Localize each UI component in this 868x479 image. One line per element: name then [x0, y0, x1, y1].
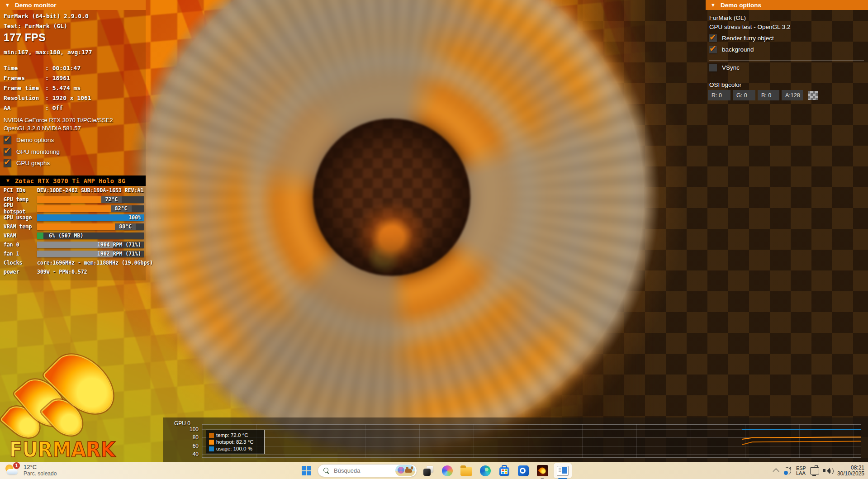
update-badge	[784, 471, 788, 475]
legend-row-temp: temp: 72.0 °C	[209, 432, 261, 438]
gpu-row-clocks: Clocks core:1696MHz - mem:1188MHz (19.0G…	[0, 258, 146, 267]
furmark-taskbar-button[interactable]	[535, 463, 550, 478]
bar-fill	[37, 196, 101, 203]
store-icon	[499, 467, 509, 476]
check-icon: ✔	[4, 134, 11, 144]
fur-donut-hole	[313, 119, 470, 276]
legend-row-hotspot: hotspot: 82.3 °C	[209, 439, 261, 445]
vsync-checkbox[interactable]: ✔	[709, 64, 717, 71]
gpu-usage-bar: 100%	[37, 214, 144, 221]
temp-swatch	[209, 433, 214, 438]
gpu-monitoring-checkbox[interactable]: ✔	[4, 148, 11, 156]
bar-value: 1902 RPM (71%)	[97, 251, 141, 257]
cloud-icon	[7, 469, 18, 474]
gpu-graphs-checkbox[interactable]: ✔	[4, 159, 11, 167]
options-panel-header[interactable]: ▼ Demo options	[706, 0, 868, 10]
bgcolor-alpha-field[interactable]: A:128	[782, 90, 803, 100]
row-value: 309W - PPW:0.572	[37, 269, 87, 275]
stat-row-aa: AA : Off	[4, 104, 63, 111]
render-furry-checkbox[interactable]: ✔	[709, 34, 717, 42]
volume-tray-icon[interactable]	[823, 467, 833, 474]
options-subtitle: GPU stress test - OpenGL 3.2	[709, 24, 791, 30]
taskbar-center	[299, 462, 572, 479]
gpu-monitoring-panel: ▼ Zotac RTX 3070 Ti AMP Holo 8G PCI IDs …	[0, 175, 146, 276]
background-checkbox[interactable]: ✔	[709, 46, 717, 53]
taskbar: 1 12°C Parc. soleado	[0, 462, 868, 479]
row-label: fan 0	[4, 242, 37, 248]
edge-button[interactable]	[478, 463, 493, 478]
checkbox-label: VSync	[722, 64, 740, 71]
y-tick-80: 80	[182, 434, 199, 441]
bgcolor-alpha-swatch[interactable]	[808, 91, 818, 100]
bar-fill	[37, 205, 111, 212]
monitor-panel-header[interactable]: ▼ Demo monitor	[0, 0, 146, 10]
display-tray-icon[interactable]	[810, 467, 819, 474]
tray-date: 30/10/2025	[837, 471, 864, 477]
search-highlight-image[interactable]	[395, 465, 415, 476]
furmark-logo: FURMARK	[8, 351, 117, 460]
folder-icon	[460, 467, 472, 476]
row-label: Clocks	[4, 260, 37, 266]
clock-widget[interactable]: 08:21 30/10/2025	[837, 465, 864, 477]
search-box[interactable]	[318, 464, 417, 477]
row-label: GPU temp	[4, 196, 37, 203]
start-button[interactable]	[299, 463, 314, 478]
gpu-temp-bar: 72°C	[37, 196, 144, 203]
row-label: VRAM	[4, 232, 37, 239]
app-version: FurMark (64-bit) 2.9.0.0	[4, 13, 89, 19]
active-window-button[interactable]	[554, 463, 572, 478]
bgcolor-green-field[interactable]: G: 0	[733, 90, 755, 100]
bar-value: 6% (507 MB)	[43, 232, 83, 239]
task-view-button[interactable]	[421, 463, 436, 478]
file-explorer-button[interactable]	[459, 463, 474, 478]
tray-chevron-icon[interactable]	[773, 468, 779, 474]
search-icon	[323, 468, 329, 474]
stat-row-resolution: Resolution : 1920 x 1061	[4, 95, 91, 101]
copilot-icon	[442, 465, 453, 476]
usage-swatch	[209, 446, 214, 451]
gpu-panel-header[interactable]: ▼ Zotac RTX 3070 Ti AMP Holo 8G	[0, 175, 146, 186]
row-label: fan 1	[4, 251, 37, 257]
outlook-button[interactable]	[516, 463, 531, 478]
checkbox-label: Render furry object	[722, 35, 774, 42]
test-name: Test: FurMark (GL)	[4, 23, 67, 29]
fan0-bar: 1904 RPM (71%)	[37, 242, 144, 248]
ferris-wheel-icon	[398, 467, 404, 474]
gpu-row-pci-ids: PCI IDs DEV:10DE-2482 SUB:19DA-1653 REV:…	[0, 186, 146, 195]
checkbox-label: GPU monitoring	[16, 148, 60, 155]
collapse-icon: ▼	[6, 178, 9, 184]
bgcolor-blue-field[interactable]: B: 0	[758, 90, 779, 100]
tray-update-icon[interactable]	[783, 467, 792, 475]
bar-value: 1904 RPM (71%)	[97, 242, 141, 248]
active-window-icon	[557, 466, 569, 476]
fps-counter: 177 FPS	[4, 32, 46, 44]
bar-value: 72°C	[101, 196, 122, 203]
task-view-icon	[423, 466, 433, 476]
furmark-flame-icon	[537, 465, 548, 476]
gpu-name: NVIDIA GeForce RTX 3070 Ti/PCIe/SSE2	[4, 117, 113, 123]
camel-icon	[405, 469, 412, 473]
gpu-row-fan1: fan 1 1902 RPM (71%)	[0, 249, 146, 258]
check-icon: ✔	[709, 32, 716, 43]
demo-options-checkbox[interactable]: ✔	[4, 136, 11, 144]
legend-row-usage: usage: 100.0 %	[209, 446, 261, 451]
gpu-panel-title: Zotac RTX 3070 Ti AMP Holo 8G	[15, 177, 125, 185]
legend-label: temp: 72.0 °C	[216, 432, 248, 438]
collapse-icon: ▼	[711, 2, 716, 8]
bgcolor-red-field[interactable]: R: 0	[708, 90, 730, 100]
stat-value: : 5.474 ms	[45, 85, 81, 91]
legend-label: usage: 100.0 %	[216, 446, 252, 451]
gpu-graph-panel: GPU 0 100 80 60 40 temp: 72.0 °C hotspot…	[163, 417, 868, 462]
row-value: core:1696MHz - mem:1188MHz (19.0Gbps)	[37, 260, 153, 266]
search-input[interactable]	[333, 467, 392, 474]
weather-sun-cloud-icon: 1	[5, 463, 20, 477]
bar-fill	[37, 223, 115, 230]
opengl-version: OpenGL 3.2.0 NVIDIA 581.57	[4, 125, 81, 132]
copilot-button[interactable]	[440, 463, 455, 478]
checkbox-label: GPU graphs	[16, 160, 50, 166]
weather-widget[interactable]: 1 12°C Parc. soleado	[5, 463, 57, 477]
microsoft-store-button[interactable]	[497, 463, 512, 478]
check-icon: ✔	[709, 43, 716, 54]
language-indicator[interactable]: ESP LAA	[796, 466, 806, 476]
bar-fill	[37, 232, 43, 239]
